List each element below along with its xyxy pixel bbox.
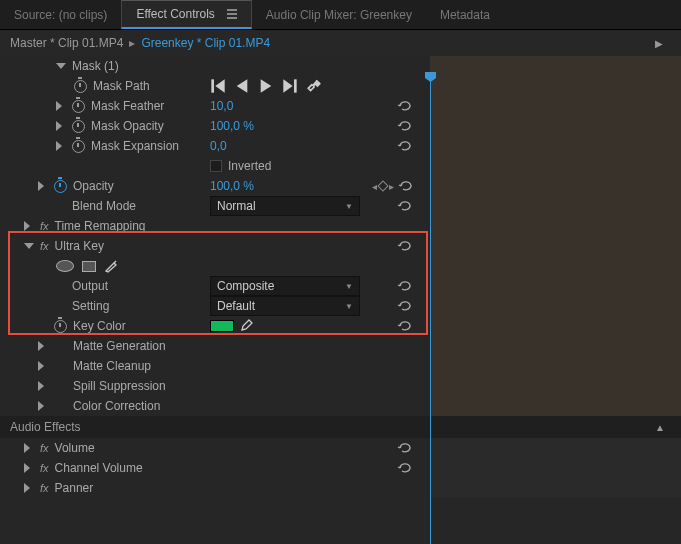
twirl-icon[interactable] (56, 61, 66, 71)
twirl-icon[interactable] (38, 181, 48, 191)
color-correction-row: Color Correction (0, 396, 681, 416)
twirl-icon[interactable] (38, 381, 48, 391)
chevron-down-icon: ▼ (345, 302, 353, 311)
twirl-icon[interactable] (24, 241, 34, 251)
stopwatch-icon[interactable] (54, 320, 67, 333)
stopwatch-icon[interactable] (74, 80, 87, 93)
volume-row: fx Volume (0, 438, 681, 458)
play-icon[interactable] (258, 78, 274, 94)
fx-icon[interactable]: fx (40, 462, 49, 474)
playhead[interactable] (430, 78, 431, 544)
color-correction-label: Color Correction (73, 399, 160, 413)
reset-button[interactable] (396, 199, 414, 213)
twirl-icon[interactable] (24, 443, 34, 453)
panner-label: Panner (55, 481, 94, 495)
fx-icon[interactable]: fx (40, 220, 49, 232)
track-bar (430, 56, 681, 76)
stopwatch-icon[interactable] (54, 180, 67, 193)
fx-icon[interactable]: fx (40, 240, 49, 252)
reset-button[interactable] (396, 99, 414, 113)
reset-button[interactable] (396, 279, 414, 293)
matte-generation-label: Matte Generation (73, 339, 166, 353)
chevron-down-icon: ▼ (345, 202, 353, 211)
opacity-value[interactable]: 100,0 % (210, 179, 254, 193)
reset-button[interactable] (396, 239, 414, 253)
reset-button[interactable] (396, 139, 414, 153)
twirl-icon[interactable] (24, 463, 34, 473)
eyedropper-icon[interactable] (240, 319, 254, 333)
track-bar (430, 76, 681, 96)
twirl-icon[interactable] (24, 483, 34, 493)
keyframe-nav[interactable]: ◂▸ (372, 179, 394, 193)
twirl-icon[interactable] (56, 141, 66, 151)
matte-generation-row: Matte Generation (0, 336, 681, 356)
twirl-icon[interactable] (24, 221, 34, 231)
svg-marker-0 (215, 79, 224, 92)
fx-icon[interactable]: fx (40, 442, 49, 454)
fx-icon[interactable]: fx (40, 482, 49, 494)
breadcrumb-clip[interactable]: Greenkey * Clip 01.MP4 (141, 36, 270, 50)
track-bar (430, 478, 681, 498)
breadcrumb-master[interactable]: Master * Clip 01.MP4 (10, 36, 123, 50)
key-color-swatch[interactable] (210, 320, 234, 332)
audio-effects-header[interactable]: Audio Effects ▲ (0, 416, 681, 438)
twirl-icon[interactable] (38, 361, 48, 371)
track-bar (430, 96, 681, 116)
twirl-icon[interactable] (38, 341, 48, 351)
play-reverse-icon[interactable] (234, 78, 250, 94)
prev-keyframe-icon[interactable] (210, 78, 226, 94)
channel-volume-label: Channel Volume (55, 461, 143, 475)
mask-feather-value[interactable]: 10,0 (210, 99, 233, 113)
mask-opacity-row: Mask Opacity 100,0 % (0, 116, 681, 136)
mask-opacity-value[interactable]: 100,0 % (210, 119, 254, 133)
rect-mask-icon[interactable] (82, 261, 96, 272)
track-bar (430, 396, 681, 416)
time-remapping-row: fx Time Remapping (0, 216, 681, 236)
tab-effect-controls[interactable]: Effect Controls (121, 0, 251, 29)
next-keyframe-icon[interactable] (282, 78, 298, 94)
tab-metadata[interactable]: Metadata (426, 0, 504, 29)
inverted-checkbox[interactable] (210, 160, 222, 172)
mask-header-row: Mask (1) (0, 56, 681, 76)
stopwatch-icon[interactable] (72, 100, 85, 113)
twirl-icon[interactable] (56, 101, 66, 111)
mask-expansion-value[interactable]: 0,0 (210, 139, 227, 153)
reset-button[interactable] (396, 299, 414, 313)
reset-button[interactable] (396, 319, 414, 333)
svg-rect-1 (211, 79, 214, 92)
track-bar (430, 376, 681, 396)
reset-button[interactable] (396, 441, 414, 455)
track-bar (430, 438, 681, 458)
setting-dropdown[interactable]: Default ▼ (210, 296, 360, 316)
reset-button[interactable] (396, 461, 414, 475)
twirl-icon[interactable] (56, 121, 66, 131)
reset-button[interactable] (398, 179, 414, 193)
svg-marker-4 (283, 79, 292, 92)
blend-mode-label: Blend Mode (72, 199, 136, 213)
wrench-icon[interactable] (306, 78, 322, 94)
track-bar (430, 136, 681, 156)
mask-expansion-label: Mask Expansion (91, 139, 179, 153)
stopwatch-icon[interactable] (72, 140, 85, 153)
track-bar (430, 236, 681, 256)
twirl-icon[interactable] (38, 401, 48, 411)
tab-menu-icon[interactable] (223, 9, 237, 19)
stopwatch-icon[interactable] (72, 120, 85, 133)
breadcrumb-play-icon[interactable]: ▶ (647, 38, 671, 49)
ultra-key-output-row: Output Composite ▼ (0, 276, 681, 296)
reset-button[interactable] (396, 119, 414, 133)
svg-rect-5 (294, 79, 297, 92)
tab-source[interactable]: Source: (no clips) (0, 0, 121, 29)
output-value: Composite (217, 279, 274, 293)
output-dropdown[interactable]: Composite ▼ (210, 276, 360, 296)
diamond-icon[interactable] (377, 180, 388, 191)
tab-audio-mixer[interactable]: Audio Clip Mixer: Greenkey (252, 0, 426, 29)
tab-bar: Source: (no clips) Effect Controls Audio… (0, 0, 681, 30)
blend-mode-dropdown[interactable]: Normal ▼ (210, 196, 360, 216)
pen-mask-icon[interactable] (104, 259, 118, 273)
mask-feather-label: Mask Feather (91, 99, 164, 113)
collapse-up-icon[interactable]: ▲ (655, 422, 671, 433)
ellipse-mask-icon[interactable] (56, 260, 74, 272)
mask-opacity-label: Mask Opacity (91, 119, 164, 133)
svg-marker-3 (261, 79, 272, 92)
